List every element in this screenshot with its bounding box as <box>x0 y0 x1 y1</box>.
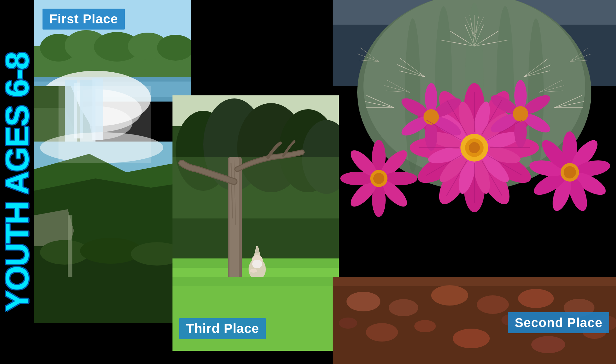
svg-point-164 <box>518 289 554 308</box>
svg-point-160 <box>346 292 380 311</box>
svg-point-48 <box>252 260 262 268</box>
vertical-title: YOUTH AGES 6-8 <box>0 0 34 364</box>
svg-point-162 <box>431 285 468 306</box>
svg-point-138 <box>424 109 439 125</box>
svg-rect-29 <box>68 215 72 277</box>
svg-point-170 <box>339 318 357 329</box>
second-place-frame: Second Place <box>333 0 616 364</box>
first-place-label: First Place <box>43 9 125 30</box>
waterfall-photo <box>34 0 191 323</box>
svg-point-163 <box>477 295 509 314</box>
second-place-label: Second Place <box>508 312 609 333</box>
third-place-label: Third Place <box>179 318 266 339</box>
svg-rect-42 <box>229 157 239 280</box>
svg-rect-30 <box>59 86 151 163</box>
svg-point-50 <box>250 269 257 273</box>
svg-point-167 <box>366 323 398 342</box>
third-place-frame: Third Place <box>172 95 339 351</box>
cactus-photo <box>333 0 616 364</box>
svg-point-131 <box>564 166 576 178</box>
svg-point-161 <box>389 299 418 316</box>
svg-point-169 <box>531 336 565 353</box>
svg-point-171 <box>414 320 436 332</box>
svg-point-168 <box>453 329 490 348</box>
garden-photo <box>172 95 339 351</box>
svg-point-120 <box>373 173 384 184</box>
first-place-frame: First Place <box>34 0 191 323</box>
svg-point-145 <box>513 106 528 122</box>
title-text: YOUTH AGES 6-8 <box>1 52 33 312</box>
svg-point-110 <box>469 142 480 153</box>
